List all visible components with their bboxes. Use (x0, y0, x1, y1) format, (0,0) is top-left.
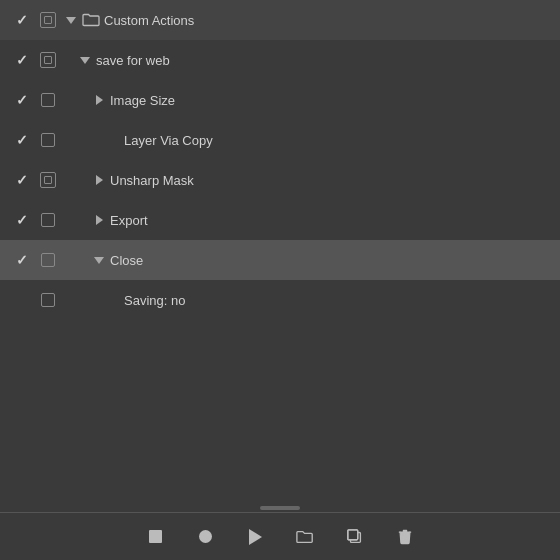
duplicate-icon (346, 528, 364, 546)
check-col-save-for-web: ✓ (8, 52, 36, 68)
toolbar (0, 512, 560, 560)
checkbox-inner-custom-actions (44, 16, 52, 24)
actions-panel: ✓ Custom Actions✓save for web✓Image Size… (0, 0, 560, 560)
play-icon (249, 529, 262, 545)
checkmark-image-size: ✓ (16, 92, 28, 108)
checkbox-col-export[interactable] (36, 213, 60, 227)
record-icon (199, 530, 212, 543)
expand-col-export[interactable] (88, 215, 110, 225)
chevron-down-save-for-web (80, 57, 90, 64)
chevron-right-unsharp-mask (96, 175, 103, 185)
row-save-for-web[interactable]: ✓save for web (0, 40, 560, 80)
checkbox-icon-unsharp-mask[interactable] (40, 172, 56, 188)
label-unsharp-mask: Unsharp Mask (110, 173, 552, 188)
check-col-unsharp-mask: ✓ (8, 172, 36, 188)
checkmark-custom-actions: ✓ (16, 12, 28, 28)
checkbox-empty-layer-via-copy[interactable] (41, 133, 55, 147)
record-button[interactable] (194, 526, 216, 548)
expand-col-unsharp-mask[interactable] (88, 175, 110, 185)
expand-col-save-for-web[interactable] (74, 57, 96, 64)
folder-icon-custom-actions (82, 13, 100, 27)
expand-col-custom-actions[interactable] (60, 17, 82, 24)
checkmark-close: ✓ (16, 252, 28, 268)
duplicate-button[interactable] (344, 526, 366, 548)
row-layer-via-copy[interactable]: ✓Layer Via Copy (0, 120, 560, 160)
chevron-down-close (94, 257, 104, 264)
checkmark-unsharp-mask: ✓ (16, 172, 28, 188)
checkbox-empty-saving-no[interactable] (41, 293, 55, 307)
action-list: ✓ Custom Actions✓save for web✓Image Size… (0, 0, 560, 504)
checkbox-col-saving-no[interactable] (36, 293, 60, 307)
checkbox-col-save-for-web[interactable] (36, 52, 60, 68)
label-saving-no: Saving: no (124, 293, 552, 308)
label-custom-actions: Custom Actions (104, 13, 552, 28)
row-close[interactable]: ✓Close (0, 240, 560, 280)
checkbox-empty-export[interactable] (41, 213, 55, 227)
row-saving-no[interactable]: Saving: no (0, 280, 560, 320)
checkbox-col-custom-actions[interactable] (36, 12, 60, 28)
check-col-layer-via-copy: ✓ (8, 132, 36, 148)
expand-col-image-size[interactable] (88, 95, 110, 105)
chevron-right-export (96, 215, 103, 225)
label-image-size: Image Size (110, 93, 552, 108)
stop-button[interactable] (144, 526, 166, 548)
checkbox-empty-image-size[interactable] (41, 93, 55, 107)
checkbox-icon-save-for-web[interactable] (40, 52, 56, 68)
label-layer-via-copy: Layer Via Copy (124, 133, 552, 148)
label-close: Close (110, 253, 552, 268)
svg-rect-1 (348, 529, 358, 539)
scrollbar-thumb[interactable] (260, 506, 300, 510)
open-folder-icon (296, 528, 314, 546)
label-export: Export (110, 213, 552, 228)
chevron-right-image-size (96, 95, 103, 105)
open-button[interactable] (294, 526, 316, 548)
row-unsharp-mask[interactable]: ✓Unsharp Mask (0, 160, 560, 200)
row-export[interactable]: ✓Export (0, 200, 560, 240)
checkbox-empty-close[interactable] (41, 253, 55, 267)
trash-icon (396, 528, 414, 546)
expand-col-close[interactable] (88, 257, 110, 264)
row-custom-actions[interactable]: ✓ Custom Actions (0, 0, 560, 40)
checkbox-inner-unsharp-mask (44, 176, 52, 184)
chevron-down-custom-actions (66, 17, 76, 24)
delete-button[interactable] (394, 526, 416, 548)
label-save-for-web: save for web (96, 53, 552, 68)
checkmark-save-for-web: ✓ (16, 52, 28, 68)
check-col-image-size: ✓ (8, 92, 36, 108)
row-image-size[interactable]: ✓Image Size (0, 80, 560, 120)
checkbox-col-layer-via-copy[interactable] (36, 133, 60, 147)
checkbox-col-image-size[interactable] (36, 93, 60, 107)
play-button[interactable] (244, 526, 266, 548)
checkbox-inner-save-for-web (44, 56, 52, 64)
scrollbar-area[interactable] (0, 504, 560, 512)
checkbox-col-close[interactable] (36, 253, 60, 267)
check-col-custom-actions: ✓ (8, 12, 36, 28)
checkmark-export: ✓ (16, 212, 28, 228)
checkbox-icon-custom-actions[interactable] (40, 12, 56, 28)
checkbox-col-unsharp-mask[interactable] (36, 172, 60, 188)
checkmark-layer-via-copy: ✓ (16, 132, 28, 148)
check-col-close: ✓ (8, 252, 36, 268)
stop-icon (149, 530, 162, 543)
check-col-export: ✓ (8, 212, 36, 228)
